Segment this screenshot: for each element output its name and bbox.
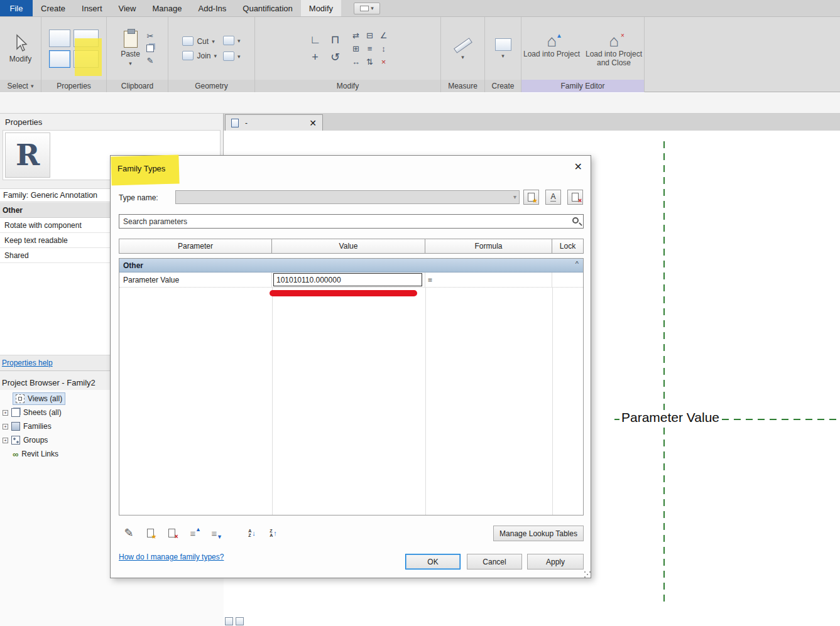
wall-joins-button[interactable]: ▾ bbox=[223, 36, 241, 45]
move-parameter-up-icon[interactable]: ≡▲ bbox=[186, 526, 200, 540]
scale-icon[interactable]: ↔ bbox=[351, 57, 361, 67]
panel-label-clipboard: Clipboard bbox=[107, 80, 168, 92]
detail-level-icon[interactable] bbox=[236, 617, 244, 625]
search-icon bbox=[572, 217, 579, 224]
parameter-value-input[interactable]: 101010110.000000 bbox=[273, 273, 422, 286]
ok-button[interactable]: OK bbox=[405, 554, 461, 569]
resize-grip[interactable] bbox=[587, 574, 588, 575]
close-icon[interactable]: ✕ bbox=[574, 161, 582, 173]
unpin-icon[interactable]: ⇅ bbox=[365, 57, 375, 67]
tab-create[interactable]: Create bbox=[33, 0, 74, 16]
sort-descending-icon[interactable]: ZA↑ bbox=[266, 526, 280, 540]
tab-insert[interactable]: Insert bbox=[74, 0, 111, 16]
properties-help-link[interactable]: Properties help bbox=[2, 359, 53, 367]
cope-icon[interactable]: ⊓ bbox=[327, 33, 344, 46]
join-geometry-button[interactable]: Join ▾ bbox=[182, 51, 217, 60]
vertical-reference-line[interactable] bbox=[663, 141, 665, 604]
family-types-help-link[interactable]: How do I manage family types? bbox=[119, 553, 224, 561]
copy-to-clipboard-icon[interactable] bbox=[146, 45, 154, 52]
new-parameter-icon[interactable]: ★ bbox=[143, 526, 157, 540]
tab-file[interactable]: File bbox=[0, 0, 33, 16]
collapse-chevron-icon[interactable]: ^ bbox=[575, 260, 579, 267]
close-icon[interactable]: ✕ bbox=[309, 118, 317, 128]
search-parameters-input[interactable] bbox=[119, 214, 584, 229]
type-properties-icon[interactable] bbox=[49, 50, 70, 68]
chevron-down-icon: ▾ bbox=[513, 193, 516, 200]
mirror-icon[interactable]: ⇄ bbox=[351, 31, 361, 40]
annotation-underline-red bbox=[270, 290, 417, 296]
dialog-toolbar: ✎ ★ × ≡▲ ≡▼ AZ↓ ZA↑ bbox=[122, 526, 280, 541]
offset-icon[interactable]: ≡ bbox=[365, 44, 375, 53]
chevron-down-icon: ▾ bbox=[237, 38, 241, 44]
header-parameter[interactable]: Parameter bbox=[119, 239, 272, 253]
type-name-combobox[interactable]: ▾ bbox=[175, 190, 520, 204]
join-geometry-icon bbox=[182, 51, 194, 60]
tab-manage[interactable]: Manage bbox=[145, 0, 190, 16]
manage-lookup-tables-button[interactable]: Manage Lookup Tables bbox=[493, 526, 584, 541]
panel-label-measure: Measure bbox=[441, 80, 484, 92]
load-into-project-and-close-button[interactable]: ⌂× Load into Project and Close bbox=[584, 33, 644, 68]
cut-label: Cut bbox=[197, 37, 209, 46]
rotate-icon[interactable]: ↺ bbox=[327, 50, 344, 64]
tab-add-ins[interactable]: Add-Ins bbox=[190, 0, 234, 16]
view-tab[interactable]: - ✕ bbox=[225, 114, 323, 131]
tree-selection: Views (all) bbox=[13, 392, 65, 405]
panel-select: Modify Select ▾ bbox=[0, 17, 41, 92]
expand-plus-icon[interactable]: + bbox=[3, 410, 8, 416]
tab-modify[interactable]: Modify bbox=[301, 0, 341, 16]
load-into-project-button[interactable]: ⌂▲ Load into Project bbox=[522, 33, 582, 59]
cut-geometry-icon bbox=[182, 36, 194, 46]
match-type-icon[interactable]: ✎ bbox=[146, 56, 153, 65]
parameter-lock-cell[interactable] bbox=[552, 273, 583, 287]
paste-button[interactable]: Paste ▾ bbox=[121, 31, 140, 67]
move-icon[interactable]: + bbox=[307, 50, 324, 64]
panel-label-properties: Properties bbox=[41, 80, 106, 92]
tab-quantification[interactable]: Quantification bbox=[234, 0, 301, 16]
trim-icon[interactable]: ∠ bbox=[379, 31, 389, 40]
ribbon-display-toggle[interactable]: ▾ bbox=[354, 3, 380, 14]
panel-label-modify: Modify bbox=[255, 80, 440, 92]
panel-label-select[interactable]: Select ▾ bbox=[0, 80, 41, 92]
panel-label-geometry: Geometry bbox=[168, 80, 254, 92]
scale-control-icon[interactable] bbox=[225, 617, 233, 625]
expand-plus-icon[interactable]: + bbox=[3, 424, 8, 429]
create-group-button[interactable]: ▾ bbox=[495, 38, 511, 59]
delete-icon[interactable]: × bbox=[379, 57, 389, 67]
chevron-down-icon: ▾ bbox=[371, 5, 374, 11]
delete-type-button[interactable]: × bbox=[567, 190, 583, 205]
beam-joins-button[interactable]: ▾ bbox=[223, 51, 241, 61]
parameter-formula-cell[interactable]: = bbox=[425, 273, 552, 287]
array-icon[interactable]: ⊞ bbox=[351, 44, 361, 53]
parameter-name-cell[interactable]: Parameter Value bbox=[119, 273, 272, 287]
delete-parameter-icon[interactable]: × bbox=[165, 526, 178, 540]
rename-type-button[interactable]: A bbox=[545, 190, 561, 205]
rename-type-icon: A bbox=[550, 193, 555, 202]
tab-view[interactable]: View bbox=[111, 0, 145, 16]
table-group-other[interactable]: Other ^ bbox=[119, 259, 583, 273]
pin-icon[interactable]: ↕ bbox=[379, 44, 389, 53]
split-icon[interactable]: ⊟ bbox=[365, 31, 375, 40]
header-formula[interactable]: Formula bbox=[425, 239, 552, 253]
align-icon[interactable]: ∟ bbox=[307, 33, 324, 46]
expand-plus-icon[interactable]: + bbox=[3, 438, 8, 443]
sort-ascending-icon[interactable]: AZ↓ bbox=[245, 526, 259, 540]
modify-tool-button[interactable]: Modify bbox=[9, 34, 31, 63]
cut-geometry-button[interactable]: Cut ▾ bbox=[182, 36, 217, 46]
header-lock[interactable]: Lock bbox=[552, 239, 583, 253]
families-icon bbox=[11, 422, 20, 431]
delete-type-icon: × bbox=[572, 193, 579, 202]
apply-button[interactable]: Apply bbox=[527, 554, 584, 569]
reference-line-label[interactable]: Parameter Value bbox=[619, 410, 721, 425]
parameter-table-header: Parameter Value Formula Lock bbox=[119, 239, 584, 254]
header-value[interactable]: Value bbox=[272, 239, 425, 253]
groups-icon bbox=[11, 436, 20, 445]
load-into-project-and-close-label: Load into Project and Close bbox=[584, 50, 644, 68]
ribbon-display-icon bbox=[360, 6, 369, 11]
move-parameter-down-icon[interactable]: ≡▼ bbox=[207, 526, 221, 540]
new-type-button[interactable]: ★ bbox=[523, 190, 539, 205]
cut-to-clipboard-icon[interactable]: ✂ bbox=[146, 31, 153, 41]
cancel-button[interactable]: Cancel bbox=[467, 554, 522, 569]
measure-button[interactable]: ▾ bbox=[454, 36, 472, 60]
edit-parameter-icon[interactable]: ✎ bbox=[122, 526, 136, 540]
properties-palette-icon[interactable] bbox=[49, 30, 70, 47]
